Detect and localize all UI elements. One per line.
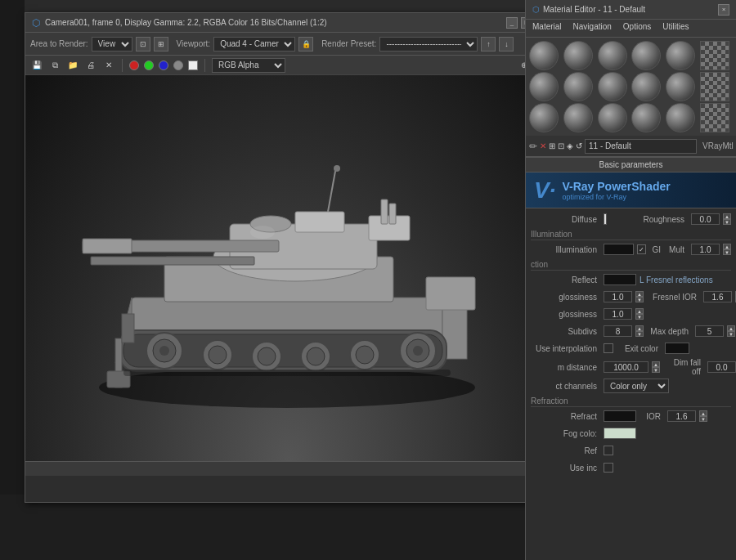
folder-icon[interactable]: 📁: [66, 59, 79, 72]
mat-sphere-16[interactable]: [631, 103, 661, 132]
mult-up[interactable]: ▲: [723, 244, 731, 249]
area-to-render-section: Area to Render: View ⊡ ⊞: [30, 37, 168, 52]
mat-sphere-12-checker[interactable]: [700, 72, 729, 101]
reflect-gloss-spinner[interactable]: ▲ ▼: [635, 291, 644, 302]
bottom-bg: [0, 495, 540, 560]
ior-spinner[interactable]: ▲ ▼: [699, 410, 707, 422]
mat-sphere-9[interactable]: [598, 72, 627, 101]
mat-sphere-7[interactable]: [529, 72, 559, 101]
mat-editor-close-btn[interactable]: ×: [718, 4, 729, 16]
fresnel-ior-value[interactable]: 1.6: [703, 291, 732, 302]
delete-icon[interactable]: ✕: [540, 140, 546, 153]
diffuse-color-swatch[interactable]: [604, 213, 607, 225]
subdivs-spinner[interactable]: ▲ ▼: [635, 325, 644, 337]
lock-btn[interactable]: 🔒: [298, 37, 313, 52]
rg-down[interactable]: ▼: [635, 297, 644, 302]
mat-sphere-15[interactable]: [598, 103, 627, 132]
ior-value[interactable]: 1.6: [667, 410, 696, 422]
hg-down[interactable]: ▼: [635, 314, 644, 320]
alpha-channel-btn[interactable]: [173, 60, 183, 70]
area-btn1[interactable]: ⊡: [136, 37, 150, 52]
mat-sphere-6-checker[interactable]: [700, 41, 729, 70]
mat-sphere-10[interactable]: [631, 72, 661, 101]
max-depth-value[interactable]: 5: [695, 325, 724, 337]
sd-up[interactable]: ▲: [635, 325, 644, 331]
dim-falloff-value[interactable]: 0.0: [707, 361, 736, 373]
mat-sphere-4[interactable]: [631, 41, 661, 70]
mat-sphere-17[interactable]: [666, 103, 695, 132]
subdivs-value[interactable]: 8: [604, 325, 632, 337]
mat-sphere-5[interactable]: [666, 41, 695, 70]
mat-sphere-14[interactable]: [563, 103, 593, 132]
dd-up[interactable]: ▲: [652, 361, 660, 367]
mat-sphere-3[interactable]: [598, 41, 627, 70]
close-icon[interactable]: ✕: [102, 59, 115, 72]
mat-name-input[interactable]: 11 - Default: [585, 139, 697, 154]
roughness-spinner[interactable]: ▲ ▼: [723, 213, 731, 225]
dim-dist-value[interactable]: 1000.0: [604, 361, 648, 373]
vray-logo-sub: optimized for V-Ray: [562, 193, 670, 201]
affect-channels-select[interactable]: Color only: [604, 379, 669, 393]
channel-display-select[interactable]: RGB Alpha: [212, 58, 285, 73]
reflect-swatch[interactable]: [604, 274, 636, 285]
mat-sphere-11[interactable]: [666, 72, 695, 101]
mat-sphere-2[interactable]: [563, 41, 593, 70]
use-interp-row: Use interpolation Exit color: [531, 341, 731, 356]
use-inc-checkbox[interactable]: [604, 463, 613, 473]
print-icon[interactable]: 🖨: [84, 59, 97, 72]
reset-mat-icon[interactable]: ↺: [576, 140, 582, 153]
sd-down[interactable]: ▼: [635, 331, 644, 337]
pick-mat-icon[interactable]: ⊡: [558, 140, 564, 153]
roughness-value[interactable]: 0.0: [691, 213, 720, 225]
md-up[interactable]: ▲: [727, 325, 735, 331]
area-select[interactable]: View: [92, 37, 132, 52]
gi-checkbox[interactable]: [637, 244, 646, 254]
reflect-gloss-value[interactable]: 1.0: [604, 291, 632, 302]
mult-spinner[interactable]: ▲ ▼: [723, 244, 731, 255]
ior-up[interactable]: ▲: [699, 410, 707, 416]
menu-options[interactable]: Options: [622, 22, 653, 34]
dd-down[interactable]: ▼: [652, 367, 660, 373]
ref-checkbox[interactable]: [604, 446, 613, 455]
save-icon[interactable]: 💾: [30, 59, 43, 72]
rg-up[interactable]: ▲: [635, 291, 644, 297]
viewport-select[interactable]: Quad 4 - Camera1: [213, 37, 295, 52]
mono-channel-btn[interactable]: [188, 60, 198, 70]
green-channel-btn[interactable]: [144, 60, 154, 70]
mat-sphere-13[interactable]: [529, 103, 559, 132]
exit-color-swatch[interactable]: [665, 343, 689, 354]
blue-channel-btn[interactable]: [159, 60, 168, 70]
menu-utilities[interactable]: Utilities: [661, 22, 690, 34]
roughness-up[interactable]: ▲: [723, 213, 731, 219]
ior-down[interactable]: ▼: [699, 416, 707, 422]
mult-value[interactable]: 1.0: [691, 244, 720, 255]
preset-btn2[interactable]: ↓: [499, 37, 514, 52]
hilight-gloss-spinner[interactable]: ▲ ▼: [635, 308, 644, 320]
put-mat-icon[interactable]: ◈: [567, 140, 573, 153]
mult-down[interactable]: ▼: [723, 249, 731, 255]
minimize-btn[interactable]: _: [506, 17, 518, 29]
self-illum-swatch[interactable]: [604, 244, 634, 255]
fog-color-swatch[interactable]: [604, 428, 636, 439]
max-depth-spinner[interactable]: ▲ ▼: [727, 325, 735, 337]
hilight-gloss-value[interactable]: 1.0: [604, 308, 632, 320]
mat-sphere-1[interactable]: [529, 41, 559, 70]
copy-mat-icon[interactable]: ⊞: [549, 140, 555, 153]
area-btn2[interactable]: ⊞: [154, 37, 168, 52]
preset-select[interactable]: ----------------------------: [379, 37, 478, 52]
mat-sphere-8[interactable]: [563, 72, 593, 101]
menu-navigation[interactable]: Navigation: [572, 22, 613, 34]
roughness-down[interactable]: ▼: [723, 219, 731, 225]
fresnel-refl-label[interactable]: L Fresnel reflections: [640, 276, 713, 284]
copy-icon[interactable]: ⧉: [48, 59, 61, 72]
red-channel-btn[interactable]: [129, 60, 139, 70]
dim-dist-spinner[interactable]: ▲ ▼: [652, 361, 660, 373]
use-interp-checkbox[interactable]: [604, 343, 613, 353]
pencil-icon[interactable]: ✏: [529, 140, 537, 153]
refract-swatch[interactable]: [604, 410, 636, 422]
mat-sphere-18-checker[interactable]: [700, 103, 729, 132]
menu-material[interactable]: Material: [531, 22, 563, 34]
md-down[interactable]: ▼: [727, 331, 735, 337]
preset-btn1[interactable]: ↑: [481, 37, 496, 52]
hg-up[interactable]: ▲: [635, 308, 644, 314]
